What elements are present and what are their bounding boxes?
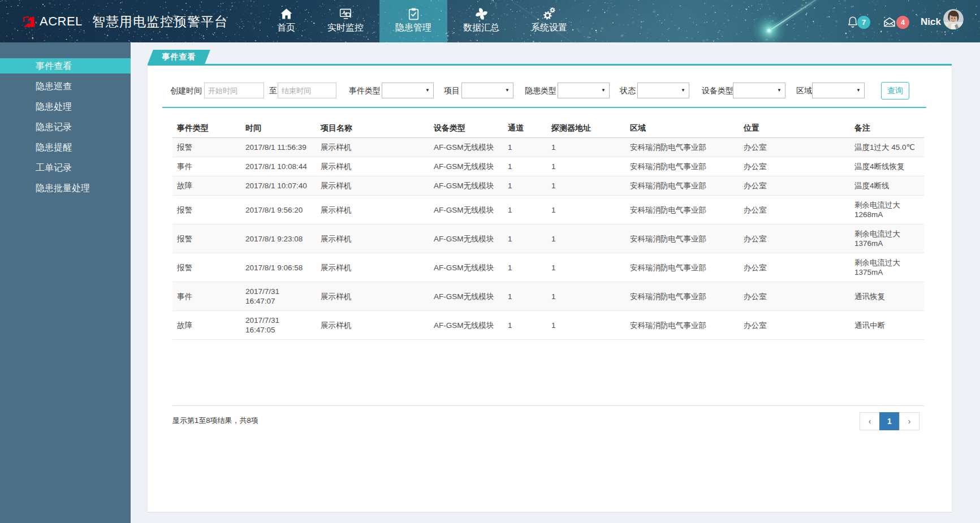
clipboard-icon	[407, 7, 420, 20]
cell-r2-c8: 温度4断线	[850, 176, 924, 196]
cell-r4-c6: 安科瑞消防电气事业部	[625, 224, 739, 253]
cell-r6-c1: 2017/7/31 16:47:07	[241, 282, 316, 311]
sidebar-menu: 事件查看隐患巡查隐患处理隐患记录隐患提醒工单记录隐患批量处理	[0, 42, 131, 196]
avatar-image	[943, 9, 964, 29]
nav-item-1[interactable]: 实时监控	[312, 0, 379, 42]
cell-r7-c3: AF-GSM无线模块	[429, 311, 503, 340]
danger-type-select[interactable]	[558, 83, 610, 98]
monitor-icon	[339, 7, 352, 20]
nav-item-4[interactable]: 系统设置	[515, 0, 583, 42]
results-info: 显示第1至8项结果，共8项	[172, 416, 258, 426]
mail-icon[interactable]	[883, 17, 896, 27]
home-icon	[280, 7, 293, 20]
table-row-1[interactable]: 事件2017/8/1 10:08:44展示样机AF-GSM无线模块11安科瑞消防…	[172, 157, 924, 176]
cell-r2-c3: AF-GSM无线模块	[429, 176, 503, 196]
cell-r3-c1: 2017/8/1 9:56:20	[241, 196, 316, 224]
col-header-3: 设备类型	[429, 119, 503, 138]
project-select[interactable]	[461, 83, 513, 98]
prev-page-button[interactable]: ‹	[860, 412, 880, 430]
event-type-select[interactable]	[382, 83, 434, 98]
cell-r2-c4: 1	[503, 176, 547, 196]
status-select[interactable]	[637, 83, 689, 98]
brand-name: ACREL	[40, 0, 83, 42]
device-type-select-wrap: ▼	[733, 83, 785, 98]
table-row-3[interactable]: 报警2017/8/1 9:56:20展示样机AF-GSM无线模块11安科瑞消防电…	[172, 196, 924, 224]
region-select[interactable]	[812, 83, 865, 98]
sidebar-item-2[interactable]: 隐患处理	[0, 99, 131, 114]
cell-r1-c5: 1	[547, 157, 625, 176]
pagination: ‹ 1 ›	[860, 412, 919, 430]
danger-type-label: 隐患类型	[525, 82, 556, 99]
nav-item-label: 实时监控	[327, 22, 364, 33]
cell-r6-c7: 办公室	[739, 282, 850, 311]
cell-r4-c4: 1	[503, 224, 547, 253]
cell-r3-c4: 1	[503, 196, 547, 224]
avatar[interactable]	[943, 9, 964, 29]
sidebar-item-0[interactable]: 事件查看	[0, 58, 131, 74]
end-time-input[interactable]	[278, 83, 336, 98]
cell-r7-c0: 故障	[172, 311, 241, 340]
table-row-6[interactable]: 事件2017/7/31 16:47:07展示样机AF-GSM无线模块11安科瑞消…	[172, 282, 924, 311]
cell-r1-c4: 1	[503, 157, 547, 176]
table-row-0[interactable]: 报警2017/8/1 11:56:39展示样机AF-GSM无线模块11安科瑞消防…	[172, 138, 924, 157]
table-row-4[interactable]: 报警2017/8/1 9:23:08展示样机AF-GSM无线模块11安科瑞消防电…	[172, 224, 924, 253]
table-row-5[interactable]: 报警2017/8/1 9:06:58展示样机AF-GSM无线模块11安科瑞消防电…	[172, 253, 924, 282]
search-button[interactable]: 查询	[881, 82, 909, 100]
current-page-button[interactable]: 1	[879, 412, 900, 430]
table-row-2[interactable]: 故障2017/8/1 10:07:40展示样机AF-GSM无线模块11安科瑞消防…	[172, 176, 924, 196]
cell-r4-c1: 2017/8/1 9:23:08	[241, 224, 316, 253]
cell-r0-c4: 1	[503, 138, 547, 157]
bell-icon[interactable]	[847, 16, 858, 28]
cell-r3-c0: 报警	[172, 196, 241, 224]
cell-r7-c1: 2017/7/31 16:47:05	[241, 311, 316, 340]
device-type-select[interactable]	[733, 83, 785, 98]
cell-r7-c4: 1	[503, 311, 547, 340]
start-time-input[interactable]	[204, 83, 264, 98]
nav-item-0[interactable]: 首页	[261, 0, 312, 42]
gears-icon	[543, 7, 556, 20]
page-tab[interactable]: 事件查看	[148, 50, 210, 64]
nav-item-label: 首页	[277, 22, 295, 33]
event-type-select-wrap: ▼	[382, 83, 434, 98]
next-page-button[interactable]: ›	[899, 412, 919, 430]
nav-item-2[interactable]: 隐患管理	[379, 0, 447, 42]
sidebar-item-4[interactable]: 隐患提醒	[0, 140, 131, 155]
sidebar-item-1[interactable]: 隐患巡查	[0, 79, 131, 94]
col-header-2: 项目名称	[316, 119, 429, 138]
cell-r7-c7: 办公室	[739, 311, 850, 340]
cell-r1-c7: 办公室	[739, 157, 850, 176]
col-header-7: 位置	[739, 119, 850, 138]
cell-r6-c3: AF-GSM无线模块	[429, 282, 503, 311]
cell-r5-c7: 办公室	[739, 253, 850, 282]
cell-r0-c2: 展示样机	[316, 138, 429, 157]
cell-r1-c1: 2017/8/1 10:08:44	[241, 157, 316, 176]
bell-badge[interactable]: 7	[857, 16, 870, 29]
create-time-label: 创建时间	[170, 82, 202, 99]
nav-item-3[interactable]: 数据汇总	[447, 0, 515, 42]
cell-r0-c1: 2017/8/1 11:56:39	[241, 138, 316, 157]
cell-r5-c6: 安科瑞消防电气事业部	[625, 253, 739, 282]
cell-r2-c1: 2017/8/1 10:07:40	[241, 176, 316, 196]
cell-r5-c1: 2017/8/1 9:06:58	[241, 253, 316, 282]
sidebar-item-3[interactable]: 隐患记录	[0, 119, 131, 135]
cell-r7-c6: 安科瑞消防电气事业部	[625, 311, 739, 340]
sidebar-item-5[interactable]: 工单记录	[0, 160, 131, 175]
cell-r4-c8: 剩余电流过大 1376mA	[850, 224, 924, 253]
cell-r7-c5: 1	[547, 311, 625, 340]
mail-badge[interactable]: 4	[896, 16, 909, 29]
acrel-logo-icon	[23, 16, 35, 28]
cell-r0-c0: 报警	[172, 138, 241, 157]
cell-r2-c7: 办公室	[739, 176, 850, 196]
cell-r1-c3: AF-GSM无线模块	[429, 157, 503, 176]
cell-r3-c7: 办公室	[739, 196, 850, 224]
cell-r6-c6: 安科瑞消防电气事业部	[625, 282, 739, 311]
cell-r1-c8: 温度4断线恢复	[850, 157, 924, 176]
cell-r3-c3: AF-GSM无线模块	[429, 196, 503, 224]
cell-r1-c2: 展示样机	[316, 157, 429, 176]
sidebar-item-6[interactable]: 隐患批量处理	[0, 180, 131, 196]
user-name[interactable]: Nick	[921, 0, 941, 42]
device-type-label: 设备类型	[702, 82, 733, 99]
table-row-7[interactable]: 故障2017/7/31 16:47:05展示样机AF-GSM无线模块11安科瑞消…	[172, 311, 924, 340]
cell-r3-c2: 展示样机	[316, 196, 429, 224]
danger-type-select-wrap: ▼	[558, 83, 610, 98]
